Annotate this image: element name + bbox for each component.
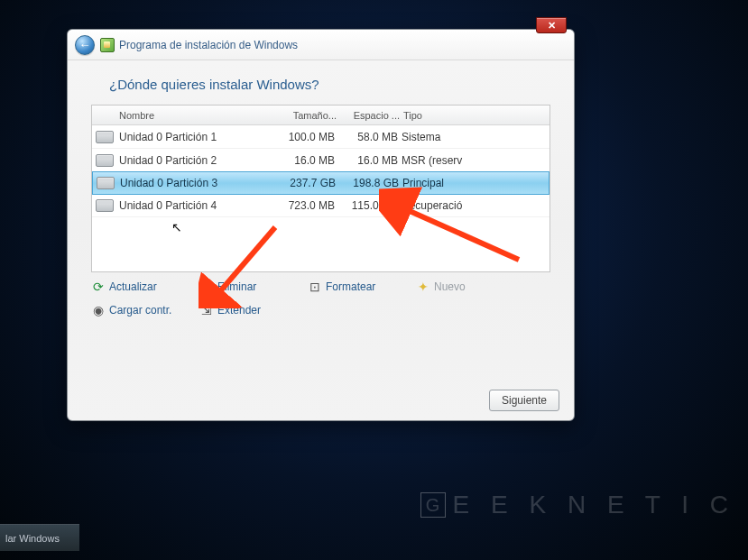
partition-row-selected[interactable]: Unidad 0 Partición 3 237.7 GB 198.8 GB P… xyxy=(92,171,549,195)
delete-icon xyxy=(199,280,214,294)
partition-row[interactable]: Unidad 0 Partición 2 16.0 MB 16.0 MB MSR… xyxy=(92,149,549,172)
disk-icon xyxy=(96,131,114,143)
load-driver-icon xyxy=(91,303,106,317)
format-button[interactable]: Formatear xyxy=(308,280,416,294)
close-button[interactable]: ✕ xyxy=(536,17,567,33)
format-icon xyxy=(308,280,322,294)
list-header: Nombre Tamaño... Espacio ... Tipo xyxy=(92,106,549,125)
action-bar: Actualizar Eliminar Formatear Nuevo Carg… xyxy=(91,280,550,317)
col-name[interactable]: Nombre xyxy=(117,110,271,121)
new-button[interactable]: Nuevo xyxy=(416,280,524,294)
page-heading: ¿Dónde quieres instalar Windows? xyxy=(109,77,550,92)
delete-button[interactable]: Eliminar xyxy=(199,280,308,294)
load-driver-button[interactable]: Cargar contr. xyxy=(91,303,199,317)
col-free[interactable]: Espacio ... xyxy=(338,110,402,121)
refresh-button[interactable]: Actualizar xyxy=(91,280,199,294)
partition-rows: Unidad 0 Partición 1 100.0 MB 58.0 MB Si… xyxy=(92,125,549,271)
col-size[interactable]: Tamaño... xyxy=(271,110,338,121)
refresh-icon xyxy=(91,280,106,294)
taskbar-label: lar Windows xyxy=(5,533,60,544)
setup-window: ✕ ← Programa de instalación de Windows ¿… xyxy=(67,29,575,421)
disk-icon xyxy=(96,154,114,167)
window-title: Programa de instalación de Windows xyxy=(119,39,298,51)
window-body: ¿Dónde quieres instalar Windows? Nombre … xyxy=(68,60,574,384)
new-icon xyxy=(416,280,430,294)
partition-list: Nombre Tamaño... Espacio ... Tipo Unidad… xyxy=(91,105,550,272)
extend-button[interactable]: Extender xyxy=(199,303,308,317)
taskbar-fragment: lar Windows xyxy=(0,524,79,551)
col-type[interactable]: Tipo xyxy=(402,110,539,121)
watermark-initial: G xyxy=(420,492,446,518)
watermark: G E E K N E T I C xyxy=(420,491,735,519)
partition-row[interactable]: Unidad 0 Partición 4 723.0 MB 115.0 MB R… xyxy=(92,194,549,217)
disk-icon xyxy=(96,199,114,212)
back-button[interactable]: ← xyxy=(75,35,95,55)
titlebar: ← Programa de instalación de Windows xyxy=(68,30,574,60)
disk-icon xyxy=(97,177,115,189)
watermark-text: E E K N E T I C xyxy=(453,491,735,519)
windows-setup-icon xyxy=(100,38,115,52)
next-button[interactable]: Siguiente xyxy=(489,390,559,411)
partition-row[interactable]: Unidad 0 Partición 1 100.0 MB 58.0 MB Si… xyxy=(92,125,549,149)
extend-icon xyxy=(199,303,214,317)
footer: Siguiente xyxy=(68,384,574,420)
